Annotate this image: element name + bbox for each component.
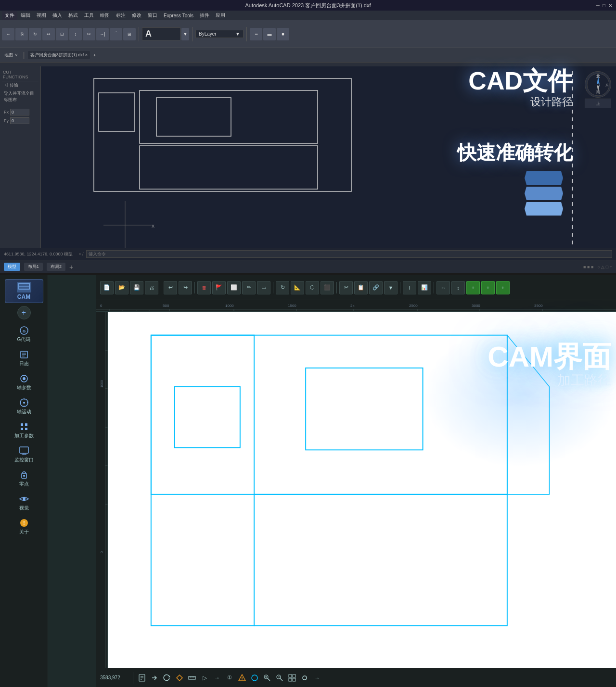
cam-tb-refresh[interactable]: ↻ (276, 281, 289, 294)
cam-status-grid-icon[interactable] (287, 673, 297, 683)
cam-tb-text[interactable]: T (403, 281, 416, 294)
cam-tb-add1[interactable]: + (466, 281, 480, 294)
cam-nav-log[interactable]: 日志 (5, 346, 43, 369)
cam-status-ruler-icon[interactable] (187, 673, 197, 683)
ribbon-btn-mirror[interactable]: ⇔ (42, 28, 55, 40)
compass-widget[interactable]: 北 东 南 (585, 71, 611, 98)
cam-status-export-icon[interactable]: → (312, 673, 322, 683)
ribbon-btn-array[interactable]: ⊞ (123, 28, 136, 40)
cam-nav-vision[interactable]: 视觉 (5, 491, 43, 514)
tb2-map-btn[interactable]: 地图 ∨ (2, 51, 20, 59)
ribbon-tab-insert[interactable]: 插入 (50, 11, 65, 20)
ribbon-btn-copy[interactable]: ⎘ (15, 28, 28, 40)
ribbon-tab-file[interactable]: 文件 (2, 11, 17, 20)
ribbon-tab-dim[interactable]: 标注 (113, 11, 128, 20)
cam-tb-fill[interactable]: ⬛ (321, 281, 334, 294)
cam-status-arrow-icon[interactable] (150, 673, 159, 683)
layout-tab-1[interactable]: 布局1 (24, 263, 43, 271)
axis-icon-svg (20, 374, 28, 383)
cad-command-input[interactable] (86, 250, 612, 258)
cam-tb-v-arrow[interactable]: ↕ (451, 281, 465, 294)
cam-tb-cut[interactable]: ✂ (339, 281, 353, 294)
cam-status-warning-icon[interactable] (237, 673, 247, 683)
ribbon-btn-color[interactable]: ■ (277, 28, 289, 40)
cam-tb-rect[interactable]: ▭ (257, 281, 270, 294)
layer-selector[interactable]: ByLayer ▼ (195, 30, 244, 38)
cam-tb-hex[interactable]: ⬡ (306, 281, 319, 294)
cam-nav-gcode[interactable]: G G代码 (5, 322, 43, 345)
ribbon-btn-move[interactable]: ↔ (2, 28, 14, 40)
cad-transmit-btn[interactable]: ◁ 传输 (2, 81, 38, 89)
cam-tb-flag[interactable]: 🚩 (212, 281, 226, 294)
ribbon-tab-window[interactable]: 窗口 (145, 11, 160, 20)
cam-tb-add3[interactable]: + (496, 281, 510, 294)
layout-tab-2[interactable]: 布局2 (47, 263, 65, 271)
ribbon-btn-rotate[interactable]: ↻ (29, 28, 41, 40)
cam-tb-open[interactable]: 📂 (115, 281, 128, 294)
cam-nav-axis-motion[interactable]: 轴运动 (5, 394, 43, 418)
cam-tb-redo[interactable]: ↪ (179, 281, 192, 294)
ribbon-tab-modify[interactable]: 修改 (129, 11, 144, 20)
cam-status-zoom-in-icon[interactable] (262, 673, 272, 683)
cam-tb-undo[interactable]: ↩ (164, 281, 177, 294)
cam-tb-chart[interactable]: 📊 (418, 281, 431, 294)
cam-status-play-icon[interactable]: ▷ (200, 673, 209, 683)
ribbon-btn-extend[interactable]: →| (96, 28, 109, 40)
cam-nav-about[interactable]: ! 关于 (5, 515, 43, 538)
cam-add-btn[interactable]: + (17, 306, 31, 319)
ribbon-btn-linetype[interactable]: ━ (250, 28, 262, 40)
ribbon-tab-view[interactable]: 视图 (34, 11, 49, 20)
cam-status-forward-icon[interactable]: → (212, 673, 222, 683)
cam-status-circle-icon[interactable] (250, 673, 259, 683)
ribbon-tab-express[interactable]: Express Tools (161, 12, 196, 19)
cam-tb-add2[interactable]: + (481, 281, 495, 294)
cam-tb-save[interactable]: 💾 (130, 281, 143, 294)
cam-tb-link[interactable]: 🔗 (369, 281, 383, 294)
layout-add-btn[interactable]: + (69, 263, 73, 271)
ribbon-tab-tools[interactable]: 工具 (81, 11, 97, 20)
cam-tb-delete[interactable]: 🗑 (197, 281, 211, 294)
cam-tb-dropdown[interactable]: ▼ (384, 281, 398, 294)
ribbon-tab-apps[interactable]: 应用 (213, 11, 228, 20)
cam-tb-pencil[interactable]: ✏ (242, 281, 256, 294)
cam-status-diamond-icon[interactable] (175, 673, 184, 683)
tb2-file-tab[interactable]: 客户回房台面3拼拼面(1).dxf × (28, 51, 90, 59)
cad-fx-input[interactable] (10, 109, 29, 115)
cad-fy-input[interactable] (10, 117, 29, 124)
ribbon-btn-fillet[interactable]: ⌒ (110, 28, 122, 40)
cam-tb-copy[interactable]: 📋 (354, 281, 368, 294)
ribbon-btn-text1[interactable]: ▼ (181, 28, 189, 40)
cam-status-zoom-out-icon[interactable] (275, 673, 284, 683)
cad-import-btn[interactable]: 导入并开流全目标图布 (2, 89, 38, 104)
ribbon-btn-stretch[interactable]: ↕ (69, 28, 82, 40)
maximize-btn[interactable]: □ (603, 3, 605, 8)
tb2-new-tab-btn[interactable]: + (91, 52, 98, 59)
ribbon-tab-draw[interactable]: 绘图 (97, 11, 113, 20)
ruler-top-svg: 0 500 1000 1500 2k 2500 3000 (96, 300, 616, 312)
cam-nav-monitor[interactable]: 监控窗口 (5, 443, 43, 466)
cam-status-chain-icon[interactable] (300, 673, 309, 683)
layer-dropdown-icon[interactable]: ▼ (235, 31, 240, 37)
layout-model-tab[interactable]: 模型 (4, 263, 20, 271)
cam-status-num1-icon[interactable]: ① (225, 673, 234, 683)
ribbon-tab-edit[interactable]: 编辑 (18, 11, 33, 20)
cam-tb-square[interactable]: ⬜ (227, 281, 241, 294)
ribbon-btn-lineweight[interactable]: ▬ (263, 28, 276, 40)
ribbon-btn-scale[interactable]: ⊡ (56, 28, 68, 40)
cam-tb-print[interactable]: 🖨 (145, 281, 158, 294)
cam-nav-axis-params[interactable]: 轴参数 (5, 370, 43, 394)
close-btn[interactable]: ✕ (608, 3, 612, 8)
cam-nav-zero[interactable]: 零点 (5, 467, 43, 490)
cam-tb-measure[interactable]: 📐 (291, 281, 304, 294)
cad-title-bar: Autodesk AutoCAD 2023 客户回房台面3拼拼面(1).dxf … (0, 0, 616, 11)
cam-status-refresh-icon[interactable] (162, 673, 172, 683)
ribbon-tab-plugins[interactable]: 插件 (197, 11, 212, 20)
ribbon-btn-trim[interactable]: ✂ (83, 28, 95, 40)
cam-tb-sep2 (194, 282, 195, 293)
cam-tb-new[interactable]: 📄 (100, 281, 114, 294)
cam-tb-h-arrow[interactable]: ↔ (436, 281, 450, 294)
cam-nav-machining-params[interactable]: 加工参数 (5, 419, 43, 442)
cam-status-doc-icon[interactable] (137, 673, 147, 683)
ribbon-tab-format[interactable]: 格式 (65, 11, 81, 20)
minimize-btn[interactable]: ─ (596, 3, 600, 8)
